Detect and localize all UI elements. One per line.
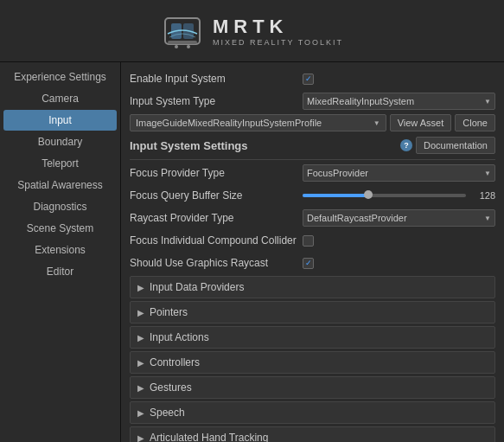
svg-point-4: [175, 45, 178, 48]
collapsible-arrow-icon: ▶: [137, 408, 144, 418]
main-layout: Experience SettingsCameraInputBoundaryTe…: [0, 62, 504, 442]
slider-track[interactable]: [303, 194, 466, 197]
input-system-type-row: Input System Type MixedRealityInputSyste…: [130, 92, 495, 111]
sidebar-item-input[interactable]: Input: [3, 110, 117, 131]
collapsible-label: Input Actions: [150, 331, 209, 343]
focus-individual-compound-collider-row: Focus Individual Compound Collider: [130, 231, 495, 250]
collapsible-arrow-icon: ▶: [137, 358, 144, 368]
collapsible-arrow-icon: ▶: [137, 333, 144, 343]
focus-provider-type-value: FocusProvider ▼: [303, 164, 495, 182]
should-use-graphics-raycast-label: Should Use Graphics Raycast: [130, 257, 303, 269]
slider-thumb[interactable]: [364, 190, 373, 199]
input-system-type-value: MixedRealityInputSystem ▼: [303, 93, 495, 110]
profile-dropdown-arrow-icon: ▼: [373, 119, 380, 127]
focus-provider-type-label: Focus Provider Type: [130, 167, 303, 179]
raycast-provider-dropdown-arrow-icon: ▼: [484, 215, 491, 222]
slider-value: 128: [471, 190, 495, 201]
input-system-type-label: Input System Type: [130, 95, 303, 107]
raycast-provider-type-label: Raycast Provider Type: [130, 212, 303, 224]
profile-row: ImageGuideMixedRealityInputSystemProfile…: [130, 114, 495, 131]
question-icon[interactable]: ?: [400, 139, 412, 151]
collapsible-label: Gestures: [150, 381, 192, 394]
sidebar-item-camera[interactable]: Camera: [3, 88, 117, 109]
collapsible-arrow-icon: ▶: [137, 433, 144, 443]
enable-input-system-checkbox[interactable]: [303, 74, 314, 85]
input-system-type-dropdown[interactable]: MixedRealityInputSystem ▼: [303, 93, 495, 110]
svg-point-5: [187, 45, 190, 48]
slider-fill: [303, 194, 368, 197]
should-use-graphics-raycast-row: Should Use Graphics Raycast: [130, 253, 495, 272]
input-system-settings-title: Input System Settings: [130, 139, 248, 152]
raycast-provider-type-row: Raycast Provider Type DefaultRaycastProv…: [130, 208, 495, 227]
mrtk-logo-icon: [161, 10, 204, 53]
collapsible-arrow-icon: ▶: [137, 308, 144, 317]
collapsible-gestures[interactable]: ▶Gestures: [130, 376, 495, 399]
should-use-graphics-raycast-checkbox[interactable]: [303, 258, 314, 269]
app-title: MRTK: [213, 16, 343, 38]
sidebar-item-spatial-awareness[interactable]: Spatial Awareness: [3, 175, 117, 195]
collapsible-label: Speech: [150, 407, 185, 419]
raycast-provider-type-dropdown[interactable]: DefaultRaycastProvider ▼: [303, 209, 495, 227]
focus-provider-dropdown-arrow-icon: ▼: [484, 170, 491, 177]
sidebar-item-diagnostics[interactable]: Diagnostics: [3, 196, 117, 217]
dropdown-arrow-icon: ▼: [484, 98, 491, 106]
collapsible-speech[interactable]: ▶Speech: [130, 401, 495, 424]
enable-input-system-label: Enable Input System: [130, 73, 303, 85]
focus-query-buffer-size-label: Focus Query Buffer Size: [130, 189, 303, 202]
collapsible-controllers[interactable]: ▶Controllers: [130, 351, 495, 374]
focus-provider-type-row: Focus Provider Type FocusProvider ▼: [130, 163, 495, 183]
enable-input-system-value: [303, 74, 495, 85]
logo-text-area: MRTK MIXED REALITY TOOLKIT: [213, 16, 343, 47]
sidebar-item-boundary[interactable]: Boundary: [3, 131, 117, 152]
divider-1: [130, 159, 495, 160]
input-system-settings-header: Input System Settings ? Documentation: [130, 137, 495, 154]
collapsible-arrow-icon: ▶: [137, 383, 144, 393]
svg-rect-0: [165, 18, 200, 44]
app-subtitle: MIXED REALITY TOOLKIT: [213, 38, 343, 47]
sidebar-item-teleport[interactable]: Teleport: [3, 153, 117, 174]
focus-provider-type-dropdown[interactable]: FocusProvider ▼: [303, 164, 495, 182]
documentation-btn-container: ? Documentation: [400, 137, 495, 154]
collapsibles-container: ▶Input Data Providers▶Pointers▶Input Act…: [130, 276, 495, 442]
content-area: Enable Input System Input System Type Mi…: [121, 62, 504, 442]
sidebar-item-extensions[interactable]: Extensions: [3, 240, 117, 260]
focus-individual-compound-collider-label: Focus Individual Compound Collider: [130, 234, 303, 247]
sidebar-item-scene-system[interactable]: Scene System: [3, 218, 117, 239]
focus-query-buffer-size-value: 128: [303, 190, 495, 201]
collapsible-label: Pointers: [150, 306, 188, 318]
svg-rect-3: [168, 41, 197, 44]
collapsible-pointers[interactable]: ▶Pointers: [130, 301, 495, 323]
logo-area: MRTK MIXED REALITY TOOLKIT: [161, 10, 343, 53]
collapsible-articulated-hand-tracking[interactable]: ▶Articulated Hand Tracking: [130, 426, 495, 442]
focus-individual-compound-collider-checkbox[interactable]: [303, 235, 314, 247]
collapsible-label: Articulated Hand Tracking: [150, 432, 268, 442]
collapsible-input-data-providers[interactable]: ▶Input Data Providers: [130, 276, 495, 298]
focus-query-buffer-size-row: Focus Query Buffer Size 128: [130, 186, 495, 205]
header: MRTK MIXED REALITY TOOLKIT: [0, 0, 504, 62]
enable-input-system-row: Enable Input System: [130, 69, 495, 88]
clone-button[interactable]: Clone: [455, 114, 495, 131]
collapsible-label: Controllers: [150, 356, 200, 368]
collapsible-arrow-icon: ▶: [137, 283, 144, 292]
raycast-provider-type-value: DefaultRaycastProvider ▼: [303, 209, 495, 227]
sidebar-item-editor[interactable]: Editor: [3, 261, 117, 282]
documentation-button[interactable]: Documentation: [416, 137, 495, 154]
focus-individual-compound-collider-value: [303, 235, 495, 247]
collapsible-label: Input Data Providers: [150, 281, 244, 293]
view-asset-button[interactable]: View Asset: [390, 114, 452, 131]
sidebar: Experience SettingsCameraInputBoundaryTe…: [0, 62, 121, 442]
should-use-graphics-raycast-value: [303, 258, 495, 269]
slider-container: 128: [303, 190, 495, 201]
profile-dropdown[interactable]: ImageGuideMixedRealityInputSystemProfile…: [130, 114, 386, 131]
collapsible-input-actions[interactable]: ▶Input Actions: [130, 326, 495, 349]
sidebar-item-experience-settings[interactable]: Experience Settings: [3, 67, 117, 87]
